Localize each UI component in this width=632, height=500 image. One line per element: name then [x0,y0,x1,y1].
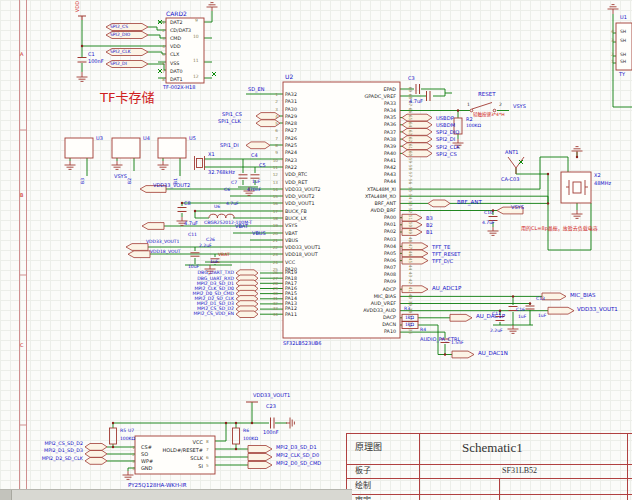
u7-designator[interactable]: U7 [128,429,134,434]
c5-designator[interactable]: C5 [259,163,266,168]
c7-designator[interactable]: C7 [231,181,237,186]
r4-designator[interactable]: R4 [420,328,426,333]
brf-ant-port-label[interactable]: BRF_ANT [457,200,482,206]
port-label-row[interactable]: USBDP [436,115,460,122]
r2-designator[interactable]: R2 [466,117,473,122]
port-label[interactable]: MPI2_D1_SD_D3 [44,448,83,453]
inductor-u6[interactable] [209,214,234,218]
usb-spi2-port-labels[interactable]: USBDPUSBDMSPI2_DIOSPI2_DISPI2_CLKSPI2_CS [436,115,460,158]
schematic-editor-canvas[interactable]: A B C VDD CARD2 TF-002X-H18 1DAT22CD/DAT… [0,0,632,500]
c11-designator[interactable]: C11 [188,233,197,238]
port-label-row[interactable]: B1 [426,229,433,236]
u2-part-number[interactable]: SF32LB523UB6 [283,341,321,346]
port-label-row[interactable]: MPI2_CS_SD_D2 [0,440,83,447]
c8-designator[interactable]: C8 [184,201,191,206]
port-label[interactable]: B2 [426,222,433,228]
port-label[interactable]: SPI2_CS [436,151,457,157]
port-label[interactable]: SPI2_CLK [436,144,460,150]
port-spi2-cs[interactable]: SPI2_CS [110,25,128,30]
c3-designator[interactable]: C3 [408,76,415,81]
tft-port-labels[interactable]: TFT_TETFT_RESETTFT_D/C [432,243,460,264]
left-port-labels[interactable]: DBG_UART_TXDDBG_UART_RXDMPI2_D3_SD_D1MPI… [148,270,234,316]
vsys-port-label[interactable]: VSYS [511,205,524,210]
port-label[interactable]: MPI2_CLK_SD_D0 [276,452,319,458]
b-port-labels[interactable]: B3B2B1 [426,215,433,236]
r5-designator[interactable]: R5 [120,429,126,434]
scrollbar-thumb[interactable] [0,490,12,500]
port-label-row[interactable]: B2 [426,222,433,229]
port-label-row[interactable]: USBDM [436,122,460,129]
port-label-row[interactable]: MPI2_D1_SD_D3 [0,447,83,454]
port-label-row[interactable]: B3 [426,215,433,222]
port-label-row[interactable]: SPI2_DIO [436,129,460,136]
u2-designator[interactable]: U2 [285,74,293,80]
port-label[interactable]: B3 [426,215,433,221]
u1-designator[interactable]: U1 [620,15,627,20]
port-label-row[interactable]: TFT_RESET [432,250,460,257]
mic-bias-port-label[interactable]: MIC_BIAS [570,293,596,299]
port-label-row[interactable]: SPI2_DI [436,136,460,143]
port-label-row[interactable]: SPI2_CS [436,150,460,157]
port-label-row[interactable]: TFT_D/C [432,257,460,264]
au-adc1p-port-label[interactable]: AU_ADC1P [432,286,461,292]
port-label-row[interactable]: SPI2_CLK [436,143,460,150]
port-label-row[interactable]: MPI2_D0_SD_CMD [276,459,321,467]
r6-designator[interactable]: R6 [243,429,249,434]
resistor-r6[interactable] [233,428,240,444]
c16-designator[interactable]: C16 [516,308,525,313]
vdd33-vout1-port-right[interactable]: VDD33_VOUT1 [577,307,618,313]
c10-designator[interactable]: C10 [484,211,493,216]
reset-switch[interactable] [470,103,496,112]
c6-designator[interactable]: C6 [224,188,230,193]
card-designator[interactable]: CARD2 [166,11,187,17]
u6-designator[interactable]: U6 [214,205,220,210]
port-label[interactable]: SPI2_DI [436,136,455,142]
button-u4-body[interactable] [112,138,140,158]
card-part-number[interactable]: TF-002X-H18 [163,85,195,90]
c23-designator[interactable]: C23 [266,404,276,409]
button-u5-body[interactable] [158,138,186,158]
port-spi2-di[interactable]: SPI2_DI [110,62,127,67]
port-label[interactable]: SPI2_DIO [436,129,459,135]
resistor-r5[interactable] [110,428,117,444]
u3-designator[interactable]: U3 [96,136,103,141]
port-label[interactable]: MPI2_CS_VDD_EN [193,311,234,316]
c1-designator[interactable]: C1 [88,52,95,57]
antenna-ant1[interactable] [508,157,524,174]
port-label[interactable]: USBDP [436,115,454,121]
x1-designator[interactable]: X1 [208,152,215,157]
vdd33-vout2-port-label[interactable]: VDD33_VOUT2 [153,183,190,188]
port-spi2-dio[interactable]: SPI2_DIO [110,33,130,38]
au-dac1p-port-label[interactable]: AU_DAC1P [476,314,505,320]
port-label-row[interactable]: TFT_TE [432,243,460,250]
crystal-x2-body[interactable] [561,172,591,203]
port-label[interactable]: MPI2_CS_SD_D2 [44,441,83,446]
port-label[interactable]: TFT_TE [432,244,450,250]
port-label-row[interactable]: MPI2_D3_SD_D1 [276,443,321,451]
u5-designator[interactable]: U5 [189,136,196,141]
flash-right-port-labels[interactable]: MPI2_D3_SD_D1MPI2_CLK_SD_D0MPI2_D0_SD_CM… [276,443,321,467]
flash-part-number[interactable]: PY25Q128HA-WKH-IR [128,483,187,489]
horizontal-scrollbar[interactable] [0,489,352,500]
button-u3-body[interactable] [65,138,93,158]
port-label-row[interactable]: MPI2_CS_VDD_EN [148,311,234,316]
flash-left-port-labels[interactable]: MPI2_CS_SD_D2MPI2_D1_SD_D3MPI2_D2_SD_CLK [0,440,83,462]
port-label[interactable]: B1 [426,229,433,235]
c13-designator[interactable]: C13 [536,297,545,302]
ant1-designator[interactable]: ANT1 [505,150,518,155]
c4-designator[interactable]: C4 [251,153,258,158]
r3-designator[interactable]: R3 [404,307,410,312]
vdd33-vout1-port-label[interactable]: VDD33_VOUT1 [146,240,179,245]
x2-designator[interactable]: X2 [594,173,601,178]
u4-designator[interactable]: U4 [143,136,150,141]
port-label-row[interactable]: MPI2_CLK_SD_D0 [276,451,321,459]
port-label[interactable]: MPI2_D2_SD_CLK [42,456,83,461]
port-label[interactable]: USBDM [436,122,455,128]
port-spi2-clk[interactable]: SPI2_CLK [110,50,131,55]
vdd18-vout-port-label[interactable]: VDD18_VOUT [150,250,181,255]
port-label[interactable]: MPI2_D0_SD_CMD [276,460,321,466]
crystal-x1[interactable] [195,156,205,170]
au-dac1n-port-label[interactable]: AU_DAC1N [478,351,508,357]
port-label[interactable]: MPI2_D3_SD_D1 [276,444,317,450]
port-label[interactable]: TFT_D/C [432,258,453,264]
